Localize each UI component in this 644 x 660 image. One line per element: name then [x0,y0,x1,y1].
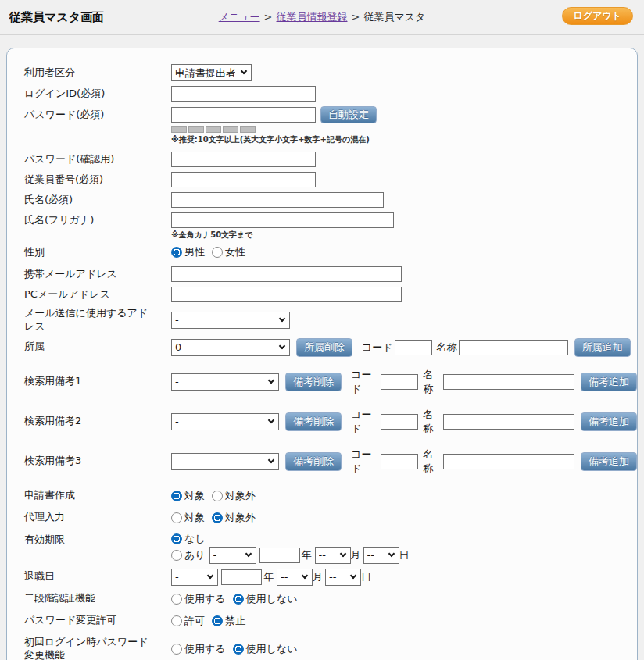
two-factor-option-notuse[interactable]: 使用しない [233,592,298,606]
department-select-control[interactable]: 0 [171,339,290,356]
pc-email-input[interactable] [171,287,402,302]
strength-segment [188,126,204,133]
pc-email-label: PCメールアドレス [24,288,171,301]
expiration-option-exists[interactable]: あり [171,548,206,562]
password-confirm-label: パスワード(確認用) [24,153,171,166]
two-factor-label: 二段階認証機能 [24,592,171,605]
radio-checked-icon [212,615,223,626]
radio-unchecked-icon [212,491,223,501]
retirement-day-select-control[interactable]: -- [325,569,361,586]
search-note1-code-input[interactable] [381,374,418,390]
search-note2-code-input[interactable] [381,414,418,430]
expiration-month-select[interactable]: -- [315,547,351,564]
gender-option-female[interactable]: 女性 [212,245,245,259]
search-note3-name-label: 名称 [423,448,442,476]
department-delete-button[interactable]: 所属削除 [296,338,352,357]
strength-segment [206,126,221,133]
name-kana-input[interactable] [171,212,394,228]
password-change-label: パスワード変更許可 [24,614,171,627]
radio-checked-icon [233,644,244,655]
search-note1-select-control[interactable]: - [171,373,279,391]
gender-option-male[interactable]: 男性 [171,245,205,259]
department-code-label: コード [362,341,393,355]
department-select[interactable]: 0 [171,339,290,356]
radio-checked-icon [171,247,182,258]
search-note3-add-button[interactable]: 備考追加 [581,452,637,471]
retirement-day-select[interactable]: -- [325,569,361,586]
retirement-month-suffix: 月 [313,570,323,584]
search-note1-name-label: 名称 [423,368,442,396]
search-note2-select[interactable]: - [171,413,279,430]
search-note3-delete-button[interactable]: 備考削除 [285,452,342,471]
password-change-option-allow[interactable]: 許可 [171,614,205,628]
password-strength-meter [171,126,256,133]
first-login-option-use[interactable]: 使用する [171,642,226,656]
retirement-era-select-control[interactable]: - [171,569,218,586]
department-label: 所属 [24,341,171,354]
search-note3-select[interactable]: - [171,453,279,470]
proxy-input-option-target[interactable]: 対象 [171,511,205,525]
two-factor-option-use[interactable]: 使用する [171,592,226,606]
mobile-email-label: 携帯メールアドレス [24,268,171,281]
employee-number-label: 従業員番号(必須) [24,173,171,187]
mail-address-select-control[interactable]: - [171,312,290,329]
password-note: ※推奨:10文字以上(英大文字小文字+数字+記号の混在) [171,134,370,145]
expiration-year-input[interactable] [259,548,300,563]
retirement-month-select[interactable]: -- [277,569,313,586]
expiration-era-select-control[interactable]: - [209,547,256,564]
logout-button[interactable]: ログアウト [562,7,633,25]
expiration-day-select[interactable]: -- [363,547,399,564]
expiration-label: 有効期限 [24,533,171,547]
password-auto-set-button[interactable]: 自動設定 [320,106,377,123]
breadcrumb-link-employee-register[interactable]: 従業員情報登録 [277,11,348,23]
search-note1-select[interactable]: - [171,373,279,391]
breadcrumb-link-menu[interactable]: メニュー [219,11,260,23]
search-note1-delete-button[interactable]: 備考削除 [285,373,342,391]
search-note1-add-button[interactable]: 備考追加 [581,373,637,391]
search-note1-code-label: コード [351,368,379,396]
user-category-select-control[interactable]: 申請書提出者 [171,64,252,81]
radio-checked-icon [171,533,182,544]
first-login-option-notuse[interactable]: 使用しない [233,642,298,656]
search-note3-select-control[interactable]: - [171,453,279,470]
mail-address-select[interactable]: - [171,312,290,329]
expiration-day-select-control[interactable]: -- [363,547,399,564]
search-note2-add-button[interactable]: 備考追加 [581,412,637,431]
password-input[interactable] [171,107,316,123]
search-note2-code-label: コード [351,408,379,436]
employee-number-input[interactable] [171,172,316,187]
mobile-email-input[interactable] [171,266,402,282]
login-id-input[interactable] [171,86,316,102]
password-confirm-input[interactable] [171,152,316,167]
radio-unchecked-icon [171,644,182,655]
name-input[interactable] [171,192,384,208]
department-name-input[interactable] [459,340,568,355]
retirement-year-input[interactable] [221,569,262,585]
department-code-input[interactable] [395,340,432,355]
search-note2-delete-button[interactable]: 備考削除 [285,412,342,431]
first-login-label: 初回ログイン時パスワード変更機能 [24,636,171,660]
breadcrumb-separator: > [264,11,273,23]
search-note1-name-input[interactable] [443,374,574,390]
search-note2-select-control[interactable]: - [171,413,279,430]
expiration-month-select-control[interactable]: -- [315,547,351,564]
expiration-era-select[interactable]: - [209,547,256,564]
password-change-option-forbid[interactable]: 禁止 [212,614,245,628]
user-category-select[interactable]: 申請書提出者 [171,64,252,81]
expiration-month-suffix: 月 [351,548,361,562]
department-add-button[interactable]: 所属追加 [574,338,631,357]
search-note2-name-input[interactable] [443,414,574,430]
expiration-option-none[interactable]: なし [171,532,206,546]
retirement-month-select-control[interactable]: -- [277,569,313,586]
search-note3-code-input[interactable] [381,454,418,469]
search-note3-label: 検索用備考3 [24,455,171,468]
radio-checked-icon [212,512,223,523]
search-note3-name-input[interactable] [443,454,574,469]
expiration-day-suffix: 日 [399,548,410,562]
search-note2-name-label: 名称 [423,408,442,436]
proxy-input-option-nontarget[interactable]: 対象外 [212,511,256,525]
retirement-era-select[interactable]: - [171,569,218,586]
application-create-option-nontarget[interactable]: 対象外 [212,489,256,503]
application-create-option-target[interactable]: 対象 [171,489,205,503]
breadcrumb: メニュー>従業員情報登録>従業員マスタ [0,10,644,24]
